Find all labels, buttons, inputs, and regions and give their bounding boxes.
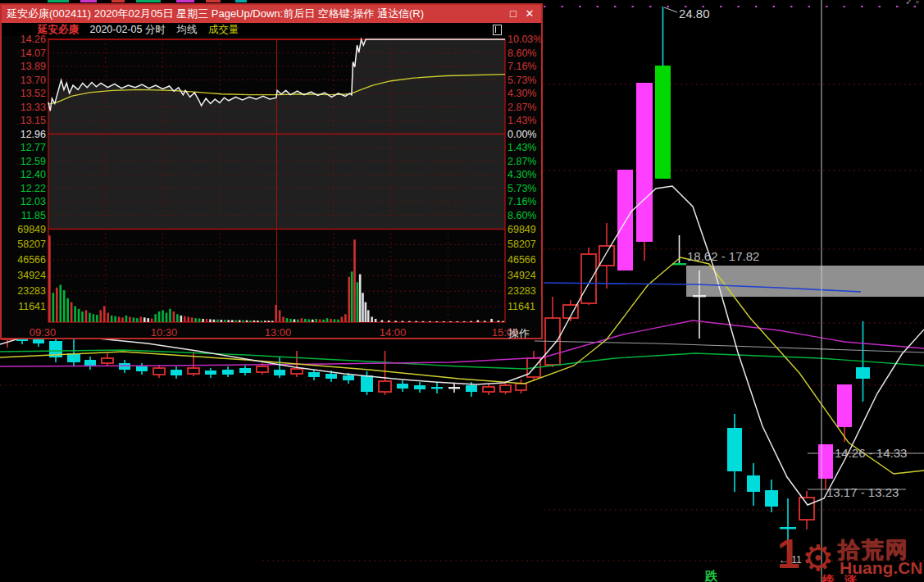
axis-tick-label: 14.07	[5, 48, 46, 59]
axis-tick-label: 13.52	[5, 88, 46, 99]
axis-tick-label: 13.15	[5, 115, 46, 126]
axis-tick-label: 12.96	[5, 129, 46, 140]
axis-tick-label: 12.59	[5, 156, 46, 167]
axis-tick-label: 12.77	[5, 142, 46, 153]
axis-tick-label: 11.85	[5, 210, 46, 221]
action-menu-label[interactable]: 操作	[508, 326, 530, 341]
axis-tick-label: 12.22	[5, 183, 46, 194]
axis-tick-label: 1.43%	[508, 142, 545, 153]
watermark-number: 1	[777, 530, 797, 578]
popup-subheader: 延安必康 2020-02-05 分时 均线 成交量	[2, 23, 541, 36]
axis-tick-label: 34924	[5, 270, 46, 281]
axis-tick-label: 13.70	[5, 75, 46, 86]
intraday-popup-window: 延安必康(002411) 2020年02月05日 星期三 PageUp/Down…	[0, 3, 543, 339]
axis-tick-label: 69849	[508, 224, 545, 235]
time-tick-label: 09:30	[25, 326, 61, 339]
axis-tick-label: 12.40	[5, 169, 46, 180]
time-tick-label: 13:00	[260, 326, 296, 339]
axis-tick-label: 2.87%	[508, 102, 545, 113]
date-mode-label: 2020-02-05 分时	[89, 24, 165, 35]
axis-tick-label: 2.87%	[508, 156, 545, 167]
axis-tick-label: 5.73%	[508, 75, 545, 86]
ma-toggle-label[interactable]: 均线	[176, 24, 197, 35]
axis-tick-label: 23283	[508, 285, 545, 297]
price-annotation: 24.80	[679, 7, 710, 20]
time-tick-label: 10:30	[146, 326, 182, 339]
axis-tick-label: 10.03%	[508, 34, 545, 45]
watermark-domain: Huang.CN	[840, 558, 923, 578]
axis-tick-label: 14.26	[5, 34, 46, 45]
price-annotation: 13.17 - 13.23	[826, 485, 899, 499]
axis-tick-label: 7.16%	[508, 61, 545, 72]
axis-tick-label: 23283	[5, 285, 46, 297]
axis-tick-label: 69849	[5, 224, 46, 235]
intraday-chart-canvas[interactable]	[2, 36, 544, 325]
axis-tick-label: 11641	[508, 301, 545, 312]
price-annotation: 14.26 - 14.33	[835, 446, 907, 460]
axis-tick-label: 1.43%	[508, 115, 545, 126]
close-window-button[interactable]: ✕	[523, 5, 536, 22]
axis-tick-label: 58207	[5, 239, 46, 250]
axis-tick-label: 11641	[5, 301, 46, 312]
axis-tick-label: 58207	[508, 239, 545, 250]
volume-toggle-label[interactable]: 成交量	[208, 24, 239, 35]
shihuang-watermark-logo: 1 ⚙ 拾荒网 Huang.CN	[777, 535, 924, 582]
axis-tick-label: 4.30%	[508, 169, 545, 180]
restore-window-button[interactable]: □	[507, 5, 520, 22]
price-annotation: 18.62 - 17.82	[687, 249, 759, 263]
axis-tick-label: 7.16%	[508, 196, 545, 207]
axis-tick-label: 13.89	[5, 61, 46, 72]
tdx-app-screen: 24.8018.62 - 17.8214.26 - 14.3313.17 - 1…	[0, 0, 924, 582]
axis-tick-label: 8.60%	[508, 48, 545, 59]
page-icon[interactable]	[493, 25, 502, 35]
axis-tick-label: 4.30%	[508, 88, 545, 99]
clipped-window-icons: ✓▫	[905, 0, 922, 4]
axis-tick-label: 5.73%	[508, 183, 545, 194]
popup-titlebar[interactable]: 延安必康(002411) 2020年02月05日 星期三 PageUp/Down…	[2, 5, 541, 23]
clipped-bottom-label: 跌	[705, 569, 717, 582]
axis-tick-label: 46566	[508, 254, 545, 266]
axis-tick-label: 0.00%	[508, 129, 545, 140]
popup-title: 延安必康(002411) 2020年02月05日 星期三 PageUp/Down…	[2, 7, 424, 20]
axis-tick-label: 12.03	[5, 196, 46, 207]
axis-tick-label: 13.33	[5, 102, 46, 113]
time-tick-label: 14:00	[375, 326, 411, 339]
axis-tick-label: 46566	[5, 254, 46, 266]
gear-icon: ⚙	[802, 537, 834, 579]
axis-tick-label: 8.60%	[508, 210, 545, 221]
axis-tick-label: 34924	[508, 270, 545, 281]
